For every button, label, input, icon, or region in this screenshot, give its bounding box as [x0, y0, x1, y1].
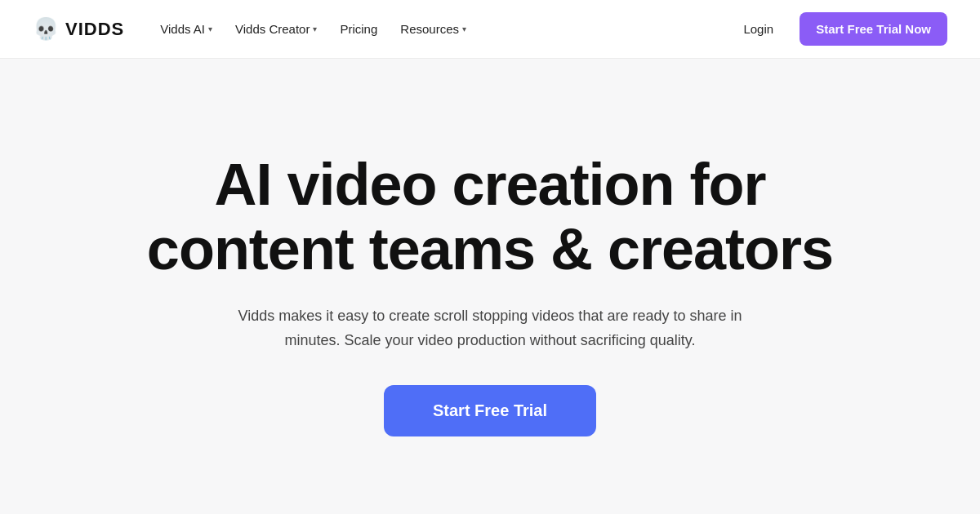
logo-icon: 💀: [33, 16, 59, 42]
nav-item-resources[interactable]: Resources ▾: [390, 16, 476, 42]
chevron-down-icon: ▾: [313, 24, 317, 33]
nav-item-vidds-ai[interactable]: Vidds AI ▾: [150, 16, 222, 42]
logo[interactable]: 💀 VIDDS: [33, 16, 124, 42]
hero-title-line1: AI video creation for: [214, 152, 765, 217]
navbar-right: Login Start Free Trial Now: [730, 12, 947, 46]
hero-subtitle: Vidds makes it easy to create scroll sto…: [212, 304, 768, 352]
nav-item-vidds-creator[interactable]: Vidds Creator ▾: [225, 16, 327, 42]
start-free-trial-nav-button[interactable]: Start Free Trial Now: [800, 12, 947, 46]
logo-text: VIDDS: [65, 19, 124, 40]
nav-label-resources: Resources: [400, 22, 459, 36]
nav-label-vidds-ai: Vidds AI: [160, 22, 205, 36]
nav-links: Vidds AI ▾ Vidds Creator ▾ Pricing Resou…: [150, 16, 476, 42]
navbar-left: 💀 VIDDS Vidds AI ▾ Vidds Creator ▾ Prici…: [33, 16, 476, 42]
nav-label-vidds-creator: Vidds Creator: [235, 22, 310, 36]
hero-title-line2: content teams & creators: [147, 216, 833, 281]
navbar: 💀 VIDDS Vidds AI ▾ Vidds Creator ▾ Prici…: [0, 0, 980, 59]
hero-section: AI video creation for content teams & cr…: [0, 59, 980, 514]
chevron-down-icon: ▾: [208, 24, 212, 33]
chevron-down-icon: ▾: [462, 24, 466, 33]
nav-label-pricing: Pricing: [340, 22, 377, 36]
login-button[interactable]: Login: [730, 16, 786, 42]
nav-item-pricing[interactable]: Pricing: [330, 16, 387, 42]
hero-title: AI video creation for content teams & cr…: [147, 153, 833, 281]
start-free-trial-hero-button[interactable]: Start Free Trial: [384, 385, 596, 436]
